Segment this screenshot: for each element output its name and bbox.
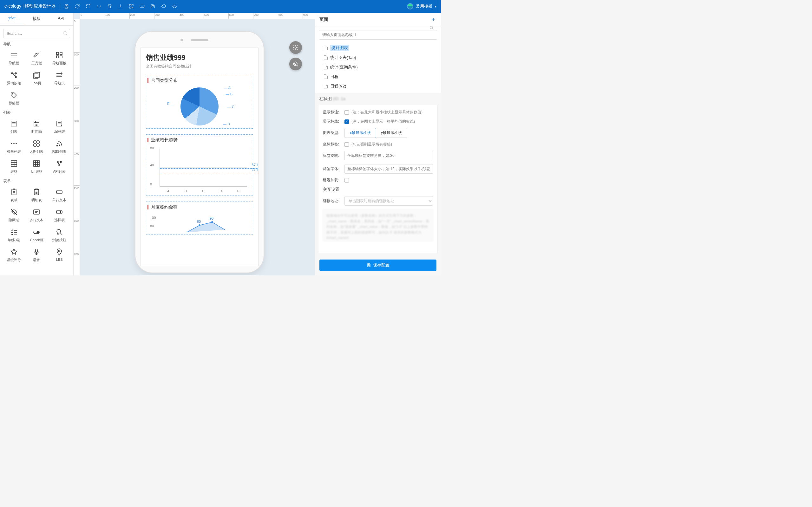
checkbox-lazy-load[interactable] xyxy=(345,178,349,182)
checkbox-axis-label[interactable] xyxy=(345,142,349,147)
page-item[interactable]: 统计图表(Tab) xyxy=(315,53,441,62)
svg-rect-30 xyxy=(34,161,39,166)
line-title: 月度签约金额 xyxy=(151,205,177,210)
bar-title: 业绩增长趋势 xyxy=(151,137,177,143)
palette-item[interactable]: 工具栏 xyxy=(26,49,48,67)
page-item[interactable]: 日程(V2) xyxy=(315,81,441,91)
page-item[interactable]: 日程 xyxy=(315,72,441,81)
pie-title: 合同类型分布 xyxy=(151,78,177,83)
svg-point-23 xyxy=(16,143,16,144)
palette-item[interactable]: 大图列表 xyxy=(26,137,48,156)
save-config-button[interactable]: 保存配置 xyxy=(319,260,437,271)
page-item[interactable]: 统计图表 xyxy=(315,43,441,53)
palette-item[interactable]: 单(多)选 xyxy=(3,226,25,244)
copy-icon[interactable] xyxy=(150,3,156,9)
select-link[interactable]: 单击图表时跳转的链接地址 xyxy=(345,196,433,206)
refresh-icon[interactable] xyxy=(74,3,80,9)
cloud-icon[interactable] xyxy=(161,3,166,9)
palette-item[interactable]: API列表 xyxy=(49,157,70,176)
save-label: 保存配置 xyxy=(373,262,390,268)
add-page-button[interactable]: + xyxy=(430,16,437,23)
svg-rect-10 xyxy=(56,56,59,58)
palette-item[interactable]: LBS xyxy=(49,245,70,264)
section-pie[interactable]: 合同类型分布 — A — B — C — D E — xyxy=(146,75,253,129)
keyboard-icon[interactable] xyxy=(139,3,145,9)
svg-rect-29 xyxy=(11,161,17,166)
search-icon xyxy=(429,26,434,31)
tab-templates[interactable]: 模板 xyxy=(24,13,49,25)
palette-item[interactable]: Url表格 xyxy=(26,157,48,176)
palette-item[interactable]: Url列表 xyxy=(49,117,70,136)
palette-item[interactable]: 横向列表 xyxy=(3,137,25,156)
palette-item[interactable]: 时间轴 xyxy=(26,117,48,136)
seg-x-axis[interactable]: x轴显示柱状 xyxy=(345,128,376,138)
left-panel: 插件 模板 API 导航 导航栏工具栏导航面板浮动按钮Tab页导航头标签栏 列表… xyxy=(0,13,73,275)
user-menu[interactable]: 常用模板 ▾ xyxy=(407,3,437,9)
section-nav-title: 导航 xyxy=(3,42,70,47)
palette-item[interactable]: 列表 xyxy=(3,117,25,136)
palette-item[interactable]: Check框 xyxy=(26,226,48,244)
tshirt-icon[interactable] xyxy=(107,3,113,9)
section-bar[interactable]: 业绩增长趋势 37.4 27.8 0 xyxy=(146,134,253,196)
save-icon[interactable] xyxy=(64,3,69,9)
input-label-rotate[interactable] xyxy=(345,151,433,160)
prop-showlabel-label: 显示标注: xyxy=(323,110,342,115)
palette-item[interactable]: 表格 xyxy=(3,157,25,176)
svg-rect-18 xyxy=(11,121,17,126)
palette-item[interactable]: 导航头 xyxy=(49,69,70,88)
palette-item[interactable]: 浮动按钮 xyxy=(3,69,25,88)
palette-item[interactable]: Tab页 xyxy=(26,69,48,88)
svg-rect-8 xyxy=(56,52,59,55)
properties-panel: 显示标注: (注：在最大和最小柱状上显示具体的数值) 显示标线: (注：在图表上… xyxy=(318,105,438,253)
qrcode-icon[interactable] xyxy=(129,3,134,9)
svg-rect-1 xyxy=(132,4,134,6)
zoom-button[interactable] xyxy=(289,58,302,70)
page-search-input[interactable] xyxy=(319,30,437,40)
eye-icon[interactable] xyxy=(171,3,177,9)
palette-item[interactable]: 明细表 xyxy=(26,186,48,205)
svg-rect-2 xyxy=(130,7,131,8)
palette-item[interactable]: 星级评分 xyxy=(3,245,25,264)
phone-screen[interactable]: 销售业绩999 全国有效签约合同金额统计 合同类型分布 — A — B — C xyxy=(141,48,258,266)
input-label-font[interactable] xyxy=(345,164,433,174)
section-line[interactable]: 月度签约金额 100 80 80 xyxy=(146,202,253,234)
hint: (注：在图表上显示一根平均值的标线) xyxy=(351,119,415,124)
svg-point-47 xyxy=(293,62,297,66)
code-icon[interactable] xyxy=(96,3,102,9)
chevron-down-icon: ▾ xyxy=(435,5,437,8)
checkbox-show-label[interactable] xyxy=(345,110,349,115)
download-icon[interactable] xyxy=(118,3,123,9)
svg-rect-39 xyxy=(34,210,39,214)
checkbox-show-avg[interactable] xyxy=(345,119,349,124)
palette-item[interactable]: 隐藏域 xyxy=(3,206,25,224)
palette-item[interactable]: 语音 xyxy=(26,245,48,264)
tab-api[interactable]: API xyxy=(49,13,73,25)
page-item[interactable]: 统计(查询条件) xyxy=(315,62,441,72)
svg-rect-3 xyxy=(140,5,144,8)
canvas[interactable]: 0100200300400500600700800900 01002003004… xyxy=(73,13,315,275)
palette-item[interactable]: 多行文本 xyxy=(26,206,48,224)
brand: e-cology | 移动应用设计器 xyxy=(4,3,56,9)
palette-item[interactable]: 单行文本 xyxy=(49,186,70,205)
palette-item[interactable]: 浏览按钮 xyxy=(49,226,70,244)
palette-item[interactable]: 标签栏 xyxy=(3,89,25,107)
search-input[interactable] xyxy=(3,29,70,38)
svg-rect-0 xyxy=(130,4,131,6)
settings-button[interactable] xyxy=(289,41,302,54)
avatar xyxy=(407,3,413,9)
svg-rect-27 xyxy=(37,144,39,147)
palette-item[interactable]: 选择项 xyxy=(49,206,70,224)
section-list-title: 列表 xyxy=(3,110,70,115)
tab-plugins[interactable]: 插件 xyxy=(0,13,24,25)
expand-icon[interactable] xyxy=(85,3,91,9)
preview-title: 销售业绩999 xyxy=(146,53,253,62)
palette-item[interactable]: 导航栏 xyxy=(3,49,25,67)
palette-item[interactable]: 表单 xyxy=(3,186,25,205)
ruler-horizontal: 0100200300400500600700800900 xyxy=(80,13,315,19)
palette-item[interactable]: 导航面板 xyxy=(49,49,70,67)
seg-y-axis[interactable]: y轴显示柱状 xyxy=(376,128,407,137)
svg-point-50 xyxy=(211,221,213,223)
ruler-vertical: 0100200300400500600700 xyxy=(73,19,80,275)
palette-item[interactable]: RSS列表 xyxy=(49,137,70,156)
right-panel: 页面 + 统计图表统计图表(Tab)统计(查询条件)日程日程(V2) 柱状图 (… xyxy=(315,13,441,275)
